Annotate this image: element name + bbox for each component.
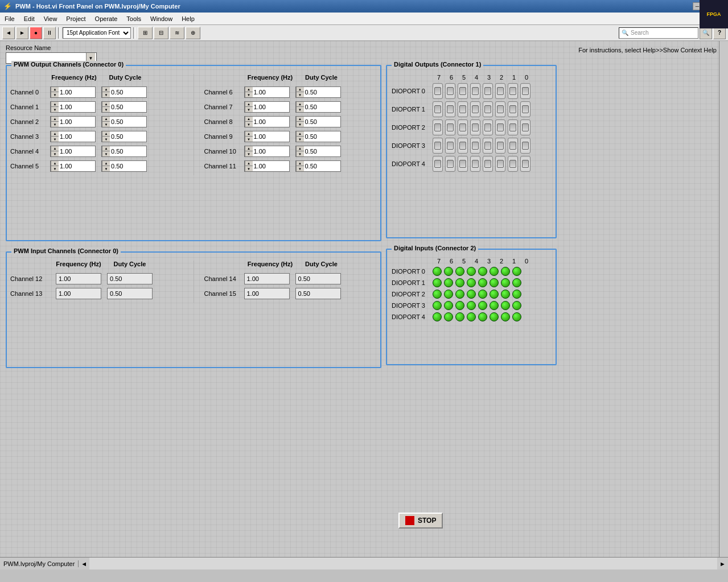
dioport3-bit4[interactable] [470, 138, 480, 154]
ch7-freq-value[interactable] [253, 104, 288, 110]
ch4-freq-up[interactable]: ▲ [51, 146, 59, 151]
stop-button[interactable]: STOP [398, 513, 443, 529]
ch5-duty-value[interactable] [110, 163, 145, 170]
ch5-freq-up[interactable]: ▲ [51, 161, 59, 166]
ch0-duty-input[interactable]: ▲▼ [101, 86, 147, 98]
dioport1-bit3[interactable] [483, 101, 493, 117]
dioport2-bit2[interactable] [495, 119, 505, 135]
ch4-freq-value[interactable] [59, 148, 94, 155]
ch7-freq-down[interactable]: ▼ [245, 107, 253, 112]
ch1-freq-down[interactable]: ▼ [51, 107, 59, 112]
menu-project[interactable]: Project [61, 14, 90, 23]
dioport1-bit7[interactable] [433, 101, 443, 117]
ch4-freq-down[interactable]: ▼ [51, 151, 59, 156]
ch2-freq-up[interactable]: ▲ [51, 117, 59, 122]
dioport1-bit1[interactable] [508, 101, 518, 117]
ch10-freq-value[interactable] [253, 148, 288, 155]
ch9-duty-down[interactable]: ▼ [297, 137, 304, 142]
ch10-duty-input[interactable]: ▲▼ [295, 146, 341, 157]
ch4-duty-down[interactable]: ▼ [102, 151, 110, 156]
ch8-freq-value[interactable] [253, 118, 288, 125]
ch10-freq-down[interactable]: ▼ [245, 151, 253, 156]
ch7-freq-input[interactable]: ▲▼ [244, 101, 290, 113]
dioport3-bit6[interactable] [445, 138, 455, 154]
dioport2-bit4[interactable] [470, 119, 480, 135]
ch0-duty-up[interactable]: ▲ [102, 87, 110, 92]
ch4-freq-input[interactable]: ▲▼ [50, 146, 96, 157]
ch5-freq-down[interactable]: ▼ [51, 166, 59, 171]
dioport3-bit2[interactable] [495, 138, 505, 154]
dioport4-bit5[interactable] [458, 156, 468, 172]
ch2-duty-input[interactable]: ▲▼ [101, 116, 147, 127]
pause-button[interactable]: ⏸ [43, 27, 56, 39]
ch2-freq-value[interactable] [59, 118, 94, 125]
ch10-duty-value[interactable] [304, 148, 339, 155]
dioport3-bit3[interactable] [483, 138, 493, 154]
extra-button[interactable]: ⊕ [186, 27, 200, 39]
ch9-freq-up[interactable]: ▲ [245, 131, 253, 137]
dioport1-bit5[interactable] [458, 101, 468, 117]
ch1-freq-input[interactable]: ▲▼ [50, 101, 96, 113]
dioport4-bit6[interactable] [445, 156, 455, 172]
menu-edit[interactable]: Edit [19, 14, 39, 23]
ch6-freq-input[interactable]: ▲▼ [244, 86, 290, 98]
ch11-duty-value[interactable] [304, 163, 339, 170]
ch11-freq-input[interactable]: ▲▼ [244, 160, 290, 172]
ch2-duty-down[interactable]: ▼ [102, 122, 110, 127]
ch11-freq-down[interactable]: ▼ [245, 166, 253, 171]
ch6-duty-down[interactable]: ▼ [297, 92, 304, 97]
ch1-duty-up[interactable]: ▲ [102, 102, 110, 107]
dioport4-bit3[interactable] [483, 156, 493, 172]
dioport2-bit5[interactable] [458, 119, 468, 135]
ch11-duty-down[interactable]: ▼ [297, 166, 304, 171]
stop-run-button[interactable]: ● [30, 27, 42, 39]
ch8-duty-down[interactable]: ▼ [297, 122, 304, 127]
dioport1-bit0[interactable] [520, 101, 530, 117]
ch3-duty-value[interactable] [110, 133, 145, 140]
ch8-freq-down[interactable]: ▼ [245, 122, 253, 127]
menu-view[interactable]: View [39, 14, 62, 23]
align-button[interactable]: ⊞ [138, 27, 153, 39]
menu-tools[interactable]: Tools [122, 14, 146, 23]
ch6-duty-up[interactable]: ▲ [297, 87, 304, 92]
menu-help[interactable]: Help [177, 14, 199, 23]
ch4-duty-value[interactable] [110, 148, 145, 155]
ch8-duty-value[interactable] [304, 118, 339, 125]
dioport3-bit5[interactable] [458, 138, 468, 154]
ch9-freq-value[interactable] [253, 133, 288, 140]
dioport4-bit2[interactable] [495, 156, 505, 172]
menu-window[interactable]: Window [146, 14, 177, 23]
back-button[interactable]: ◄ [2, 27, 15, 39]
dioport3-bit0[interactable] [520, 138, 530, 154]
ch0-freq-down[interactable]: ▼ [51, 92, 59, 97]
ch10-duty-down[interactable]: ▼ [297, 151, 304, 156]
dioport0-bit2[interactable] [495, 83, 505, 99]
dioport1-bit6[interactable] [445, 101, 455, 117]
ch8-duty-up[interactable]: ▲ [297, 117, 304, 122]
ch11-duty-input[interactable]: ▲▼ [295, 160, 341, 172]
scroll-arrow-left[interactable]: ◄ [79, 560, 89, 567]
ch7-duty-value[interactable] [304, 104, 339, 110]
ch0-freq-input[interactable]: ▲▼ [50, 86, 96, 98]
ch7-duty-input[interactable]: ▲▼ [295, 101, 341, 113]
font-select[interactable]: 15pt Application Font [63, 27, 131, 39]
ch1-duty-input[interactable]: ▲▼ [101, 101, 147, 113]
dioport0-bit1[interactable] [508, 83, 518, 99]
ch5-duty-input[interactable]: ▲▼ [101, 160, 147, 172]
ch5-freq-value[interactable] [59, 163, 94, 170]
dioport2-bit0[interactable] [520, 119, 530, 135]
dioport4-bit7[interactable] [433, 156, 443, 172]
ch1-duty-value[interactable] [110, 104, 145, 110]
ch0-duty-down[interactable]: ▼ [102, 92, 110, 97]
ch9-duty-up[interactable]: ▲ [297, 131, 304, 137]
ch6-duty-value[interactable] [304, 89, 339, 96]
ch7-freq-up[interactable]: ▲ [245, 102, 253, 107]
ch10-freq-input[interactable]: ▲▼ [244, 146, 290, 157]
ch6-duty-input[interactable]: ▲▼ [295, 86, 341, 98]
ch3-duty-input[interactable]: ▲▼ [101, 131, 147, 142]
dioport3-bit7[interactable] [433, 138, 443, 154]
menu-operate[interactable]: Operate [91, 14, 122, 23]
dioport0-bit4[interactable] [470, 83, 480, 99]
ch2-freq-input[interactable]: ▲▼ [50, 116, 96, 127]
dioport2-bit1[interactable] [508, 119, 518, 135]
